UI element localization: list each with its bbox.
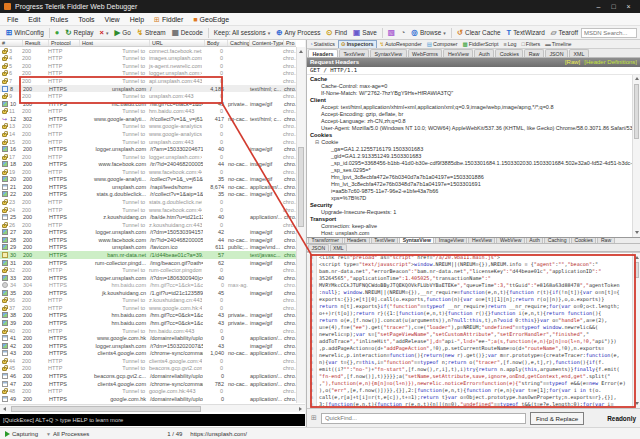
response-tab-cookies[interactable]: Cookies [571, 237, 596, 244]
tearoff-button[interactable]: ▱Tearoff [548, 28, 581, 38]
session-row[interactable]: 14200HTTPTunnel towww.google-analytics.c… [0, 130, 296, 138]
menu-item-fiddler[interactable]: ⊞Fiddler [149, 13, 188, 25]
column-header-contenttype[interactable]: Content-Type [250, 40, 284, 46]
remove-button[interactable]: ×▾ [97, 28, 112, 38]
session-row[interactable]: 7200HTTPTunnel toapi.unsplash.com:4430ch… [0, 77, 296, 85]
quickfind-input[interactable] [321, 413, 526, 424]
scroll-right-icon[interactable] [296, 405, 305, 413]
session-row[interactable]: 9200HTTPTunnel tounsplash.com:4430chro..… [0, 92, 296, 100]
session-row[interactable]: 6200HTTPTunnel tologger.unsplash.com:443… [0, 70, 296, 78]
session-row[interactable]: 28200HTTPSwww.facebook.com/tr/?id=240468… [0, 236, 296, 244]
scrollbar-thumb[interactable] [634, 262, 639, 278]
stream-button[interactable]: ↯Stream [134, 28, 169, 38]
scroll-up-icon[interactable] [297, 47, 305, 56]
column-header-body[interactable]: Body [205, 40, 228, 46]
msdn-search-input[interactable] [581, 28, 637, 38]
request-tab-textview[interactable]: TextView [339, 49, 369, 57]
session-row[interactable]: 47200HTTPSclients4.google.com/chrome-syn… [0, 380, 296, 388]
close-button[interactable]: × [621, 0, 636, 13]
response-tab-textview[interactable]: TextView [371, 237, 398, 244]
screenshot-button[interactable]: ▧ [385, 28, 398, 38]
session-row[interactable]: 16200HTTPSlogger.unsplash.com/t?am=15033… [0, 145, 296, 153]
browse-button[interactable]: ◎Browse▾ [408, 28, 448, 38]
session-row[interactable]: 34304HTTPShm.baidu.com/hm.gif?cc=1&ck=1&… [0, 281, 296, 289]
session-row[interactable]: 29200HTTPSunsplash.com/favicon.ico611pub… [0, 244, 296, 252]
scroll-left-icon[interactable] [0, 405, 9, 413]
session-row[interactable]: 10200HTTPSmc.baidu.com/fw.gif?cc=black=1… [0, 100, 296, 108]
session-row[interactable]: 4200HTTPTunnel toimages.unsplash.com:443… [0, 55, 296, 63]
response-tab-hexview[interactable]: HexView [468, 237, 495, 244]
session-row[interactable]: 8200HTTPSunsplash.com/4,185text/html; c.… [0, 85, 296, 93]
session-row[interactable]: 40200HTTPTunnel tohm.baidu.com:4430chro.… [0, 327, 296, 335]
menu-item-file[interactable]: File [2, 13, 23, 25]
textwizard-button[interactable]: TTextWizard [504, 28, 548, 38]
scrollbar-thumb[interactable] [634, 84, 639, 139]
tab-inspectors[interactable]: ⊙Inspectors [338, 40, 377, 49]
go-button[interactable]: ▶Go [111, 28, 133, 38]
decode-button[interactable]: ▦Decode [169, 28, 206, 38]
session-row[interactable]: 31200HTTPSrum-collector.pingd.../img/bea… [0, 259, 296, 267]
replay-button[interactable]: ↻Replay [62, 28, 96, 38]
code-vertical-scrollbar[interactable] [632, 253, 640, 408]
session-row[interactable]: 42200HTTPSlogger.unsplash.com/t?dm=15032… [0, 342, 296, 350]
column-header-protocol[interactable]: Protocol [49, 40, 80, 46]
session-row[interactable]: 24200HTTPTunnel towww.facebook.com:4430c… [0, 206, 296, 214]
keep-sessions-dropdown[interactable]: Keep: All sessions▾ [211, 28, 273, 37]
session-row[interactable]: 46200HTTPSbeacons.gcp.gvt2.c.../domainre… [0, 372, 296, 380]
menu-item-edit[interactable]: Edit [23, 13, 45, 25]
session-row[interactable]: 20200HTTPSwww.google-analyti.../collect?… [0, 176, 296, 184]
session-row[interactable]: 13200HTTPTunnel towww.google-analytics.c… [0, 123, 296, 131]
session-row[interactable]: 23200HTTPTunnel tostats.g.doubleclick.ne… [0, 198, 296, 206]
quickexec-bar[interactable]: [QuickExec] ALT+Q > type HELP to learn m… [0, 414, 305, 426]
session-row[interactable]: 25200HTTPSz.koushuidang.cn/ba/de.htm?u=t… [0, 213, 296, 221]
session-row[interactable]: 21200HTTPSunsplash.com/napi/feeds/home8,… [0, 183, 296, 191]
menu-item-view[interactable]: View [100, 13, 125, 25]
column-header-caching[interactable]: Caching [228, 40, 250, 46]
response-tab-transformer[interactable]: Transformer [308, 237, 343, 244]
response-tab-json[interactable]: JSON [308, 244, 329, 251]
comment-button[interactable]: ● [52, 28, 63, 38]
session-row[interactable]: 11200HTTPTunnel tohm.baidu.com:4430chro.… [0, 108, 296, 116]
scroll-down-icon[interactable] [633, 399, 640, 408]
session-row[interactable]: 38200HTTPShm.baidu.com/hm.gif?cc=0&ck=1&… [0, 312, 296, 320]
tab-statistics[interactable]: ◔Statistics [307, 40, 338, 49]
clear-cache-button[interactable]: ↺Clear Cache [454, 28, 504, 38]
session-row[interactable]: 49200HTTPSgoogle.com.hk/domainreliabilit… [0, 395, 296, 403]
menu-item-help[interactable]: Help [125, 13, 149, 25]
session-row[interactable]: 30200HTTPSbam.nr-data.net/1/d44beae01c?a… [0, 251, 296, 259]
request-tab-cookies[interactable]: Cookies [495, 49, 523, 57]
session-vertical-scrollbar[interactable] [296, 47, 305, 403]
quickfind-options-icon[interactable]: ⊞ [311, 414, 317, 422]
scrollbar-thumb[interactable] [11, 406, 201, 412]
session-row[interactable]: 39200HTTPShm.baidu.com/hm.gif?cc=0&ck=1&… [0, 319, 296, 327]
session-row[interactable]: 17200HTTPTunnel tologger.unsplash.com:44… [0, 153, 296, 161]
response-tab-xml[interactable]: XML [330, 244, 347, 251]
session-row[interactable]: 32200HTTPTunnel torum-collector.pingdom.… [0, 266, 296, 274]
response-tab-headers[interactable]: Headers [344, 237, 370, 244]
menu-item-rules[interactable]: Rules [45, 13, 73, 25]
session-row[interactable]: 26200HTTPTunnel toz.koushuidang.cn:4430c… [0, 221, 296, 229]
session-horizontal-scrollbar[interactable] [0, 404, 305, 412]
header-item[interactable]: ⊟Cookie [307, 139, 632, 146]
capturing-indicator[interactable]: Capturing [5, 431, 38, 437]
minimize-button[interactable]: – [591, 0, 606, 13]
session-row[interactable]: 43200HTTPSclients4.google.com/chrome-syn… [0, 350, 296, 358]
winconfig-button[interactable]: ⊞WinConfig [3, 28, 47, 38]
session-row[interactable]: 35200HTTPSjk.koushuidang.cn/1.gif?u=td21… [0, 289, 296, 297]
column-header-url[interactable]: URL [150, 40, 205, 46]
menu-item-geoedge[interactable]: ■GeoEdge [188, 13, 234, 25]
timer-button[interactable]: ◔ [398, 28, 409, 38]
session-row[interactable]: 45200HTTPTunnel tobeacons.gcp.gvt2.com:4… [0, 365, 296, 373]
save-button[interactable]: ▣Save [350, 28, 380, 38]
headers-vertical-scrollbar[interactable] [632, 75, 640, 237]
response-tab-imageview[interactable]: ImageView [435, 237, 467, 244]
session-row[interactable]: 27200HTTPSlogger.unsplash.com/t?dm=15053… [0, 229, 296, 237]
request-tab-json[interactable]: JSON [545, 49, 568, 57]
session-row[interactable]: 41200HTTPSwww.google.com.hk/domainreliab… [0, 334, 296, 342]
scrollbar-thumb[interactable] [298, 147, 304, 227]
tab-filters[interactable]: □Filters [519, 40, 543, 49]
session-row[interactable]: 15200HTTPTunnel tounsplash.com:4430chro.… [0, 138, 296, 146]
process-filter[interactable]: ▼ All Processes [46, 431, 89, 437]
session-row[interactable]: 36200HTTPTunnel toz.koushuidang.cn:4430c… [0, 297, 296, 305]
request-tab-xml[interactable]: XML [569, 49, 589, 57]
